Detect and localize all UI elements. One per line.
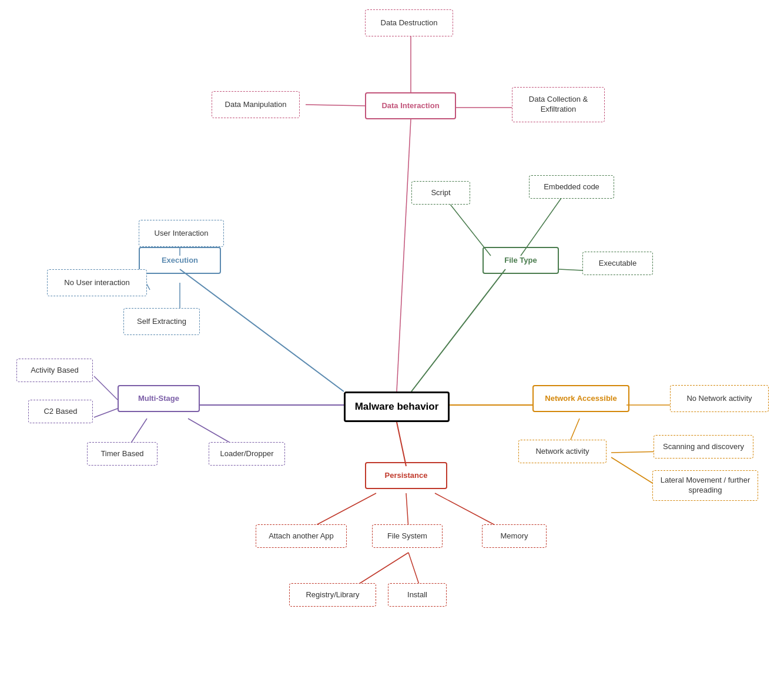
registry-node: Registry/Library (289, 583, 376, 607)
persistance-node: Persistance (365, 462, 447, 489)
svg-line-14 (94, 409, 118, 417)
executable-node: Executable (582, 252, 653, 275)
data-collection-node: Data Collection & Exfiltration (512, 87, 605, 122)
svg-line-11 (559, 269, 582, 270)
svg-line-8 (411, 269, 505, 391)
scanning-node: Scanning and discovery (654, 435, 753, 459)
multi-stage-node: Multi-Stage (118, 385, 200, 412)
self-extracting-node: Self Extracting (123, 308, 200, 335)
center-node: Malware behavior (344, 391, 450, 422)
svg-line-22 (397, 422, 406, 466)
execution-node: Execution (139, 247, 221, 274)
network-accessible-node: Network Accessible (532, 385, 629, 412)
c2-based-node: C2 Based (28, 400, 93, 423)
file-type-node: File Type (483, 247, 559, 274)
svg-line-4 (180, 269, 344, 391)
network-activity-node: Network activity (518, 440, 607, 463)
diagram-container: Malware behavior Data Interaction Data D… (0, 0, 784, 686)
install-node: Install (388, 583, 447, 607)
memory-node: Memory (482, 524, 547, 548)
svg-line-27 (408, 553, 420, 588)
svg-line-0 (397, 119, 411, 391)
svg-line-25 (435, 493, 502, 529)
data-destruction-node: Data Destruction (365, 9, 453, 36)
svg-line-26 (353, 553, 408, 588)
activity-based-node: Activity Based (16, 359, 93, 382)
embedded-code-node: Embedded code (529, 175, 614, 199)
timer-based-node: Timer Based (87, 442, 158, 466)
data-manipulation-node: Data Manipulation (212, 91, 300, 118)
svg-line-23 (309, 493, 376, 529)
script-node: Script (411, 181, 470, 205)
loader-dropper-node: Loader/Dropper (209, 442, 285, 466)
attach-app-node: Attach another App (256, 524, 347, 548)
lateral-movement-node: Lateral Movement / further spreading (652, 470, 758, 501)
file-system-node: File System (372, 524, 443, 548)
data-interaction-node: Data Interaction (365, 92, 456, 119)
no-network-node: No Network activity (670, 385, 769, 412)
no-user-interaction-node: No User interaction (47, 269, 147, 296)
user-interaction-node: User Interaction (139, 220, 224, 247)
svg-line-24 (406, 493, 408, 529)
svg-line-13 (94, 376, 118, 400)
svg-line-21 (611, 457, 658, 487)
svg-line-2 (306, 105, 365, 106)
